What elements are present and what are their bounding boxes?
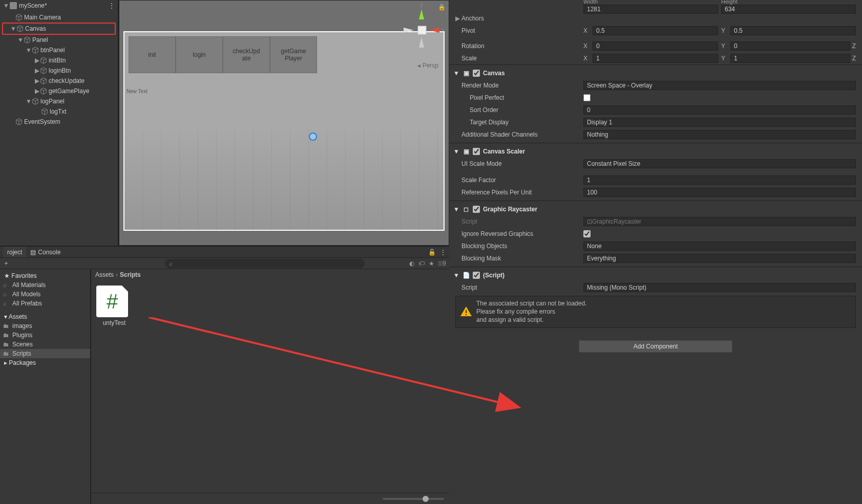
canvas-scaler-enabled-checkbox[interactable] [473,148,480,155]
additional-channels-dropdown[interactable]: Nothing [583,130,856,139]
hierarchy-item-getgameplayer[interactable]: ▶ getGamePlaye [0,86,118,96]
hidden-toggle-icon[interactable]: 👁̸9 [438,260,446,267]
foldout-icon[interactable]: ▶ [34,67,40,74]
hierarchy-item-loginbtn[interactable]: ▶ loginBtn [0,65,118,76]
favorite-star-icon[interactable]: ★ [429,260,434,267]
project-search-input[interactable]: ⌕ [165,259,365,268]
target-display-dropdown[interactable]: Display 1 [583,118,856,127]
script-enabled-checkbox[interactable] [473,272,480,279]
scale-factor-field[interactable]: 1 [583,176,856,185]
preview-text-newtext: New Text [127,89,148,94]
height-field[interactable]: 634 [721,5,856,14]
folder-plugins[interactable]: 🖿Plugins [0,331,90,340]
svg-rect-1 [418,26,426,34]
breadcrumb-scripts[interactable]: Scripts [120,271,141,278]
hierarchy-item-checkupdate[interactable]: ▶ checkUpdate [0,76,118,86]
folder-scenes[interactable]: 🖿Scenes [0,340,90,349]
search-icon: ⌕ [169,260,173,267]
foldout-icon[interactable]: ▶ [34,87,40,95]
packages-header[interactable]: ▸ Packages [0,358,90,367]
canvas-component-header[interactable]: ▼▣ Canvas [449,67,862,79]
missing-script-field[interactable]: Missing (Mono Script) [583,283,856,292]
pixel-perfect-checkbox[interactable] [583,94,591,101]
anchors-foldout[interactable]: ▶Anchors [449,12,862,25]
ui-scale-mode-dropdown[interactable]: Constant Pixel Size [583,159,856,168]
gameobject-icon [24,36,31,43]
blocking-mask-dropdown[interactable]: Everything [583,254,856,263]
rotation-x-field[interactable]: 0 [593,41,718,51]
gameobject-icon [40,87,47,95]
hierarchy-item-canvas[interactable]: ▼ Canvas [3,24,115,34]
gameobject-icon [40,77,47,84]
render-mode-dropdown[interactable]: Screen Space - Overlay [583,81,856,90]
grid-size-slider[interactable] [383,498,444,500]
missing-script-header[interactable]: ▼📄 (Script) [449,269,862,281]
hierarchy-item-initbtn[interactable]: ▶ initBtn [0,55,118,65]
canvas-icon: ▣ [461,69,471,77]
svg-marker-2 [429,28,439,33]
orientation-gizmo[interactable]: y x [400,2,444,53]
foldout-icon[interactable]: ▼ [10,25,16,32]
canvas-scaler-header[interactable]: ▼▣ Canvas Scaler [449,145,862,158]
blocking-objects-dropdown[interactable]: None [583,242,856,251]
hierarchy-item-btnpanel[interactable]: ▼ btnPanel [0,45,118,55]
hierarchy-item-main-camera[interactable]: Main Camera [0,12,118,23]
script-icon: 📄 [461,271,471,279]
foldout-icon[interactable]: ▶ [34,77,40,84]
kebab-menu-icon[interactable]: ⋮ [440,249,446,256]
canvas-scaler-icon: ▣ [461,147,471,156]
folder-images[interactable]: 🖿images [0,321,90,331]
svg-marker-4 [419,37,424,48]
pivot-y-field[interactable]: 0.5 [730,26,856,35]
rotation-y-field[interactable]: 0 [730,41,850,51]
ignore-reversed-checkbox[interactable] [583,230,591,237]
breadcrumb-assets[interactable]: Assets [95,271,114,278]
hierarchy-scene-header[interactable]: ▼ myScene* ⋮ [0,0,118,11]
scene-name: myScene* [19,2,47,9]
gameobject-icon [40,57,47,64]
foldout-icon[interactable]: ▼ [26,47,32,54]
foldout-icon[interactable]: ▶ [34,57,40,64]
scene-view[interactable]: 🔒 init login checkUpd ate getGame Player… [119,0,449,246]
graphic-raycaster-header[interactable]: ▼◻ Graphic Raycaster [449,203,862,215]
pivot-x-field[interactable]: 0.5 [593,26,718,35]
script-warning-box: The associated script can not be loaded.… [455,296,856,328]
preview-button-checkupdate: checkUpd ate [223,36,270,73]
add-component-button[interactable]: Add Component [579,340,732,353]
gameobject-icon [15,14,23,21]
gameobject-icon [16,25,24,32]
foldout-icon[interactable]: ▼ [17,36,24,43]
preview-button-login: login [176,36,223,73]
scale-x-field[interactable]: 1 [593,54,718,63]
hierarchy-item-logpanel[interactable]: ▼ logPanel [0,96,118,106]
tab-project[interactable]: roject [3,247,26,257]
favorite-all-prefabs[interactable]: ⌕All Prefabs [0,299,90,308]
tab-console[interactable]: ▤Console [26,247,65,257]
filter-by-label-icon[interactable]: 🏷 [418,260,425,267]
hierarchy-item-eventsystem[interactable]: EventSystem [0,117,118,127]
folder-scripts[interactable]: 🖿Scripts [0,349,90,358]
favorite-all-models[interactable]: ⌕All Models [0,290,90,299]
graphic-raycaster-enabled-checkbox[interactable] [473,206,480,213]
projection-label[interactable]: ◂ Persp [417,62,438,69]
filter-by-type-icon[interactable]: ◐ [409,260,414,267]
assets-header[interactable]: ▾ Assets [0,312,90,321]
foldout-icon[interactable]: ▼ [26,98,32,105]
favorites-header[interactable]: ★ Favorites [0,271,90,280]
width-field[interactable]: 1281 [583,5,718,14]
scene-camera-icon [309,133,317,141]
sort-order-field[interactable]: 0 [583,105,856,115]
scale-y-field[interactable]: 1 [730,54,850,63]
asset-untytest[interactable]: # untyTest [96,286,132,326]
lock-icon[interactable]: 🔓 [428,249,436,256]
asset-grid[interactable]: # untyTest [91,280,449,493]
hierarchy-item-panel[interactable]: ▼ Panel [0,35,118,45]
csharp-script-icon: # [96,286,128,317]
favorite-all-materials[interactable]: ⌕All Materials [0,280,90,290]
reference-pixels-field[interactable]: 100 [583,188,856,197]
canvas-enabled-checkbox[interactable] [473,70,480,77]
hierarchy-item-logtxt[interactable]: logTxt [0,106,118,117]
add-icon[interactable]: ＋ [3,259,9,268]
axis-y-label: y [420,2,423,8]
kebab-menu-icon[interactable]: ⋮ [109,2,115,9]
